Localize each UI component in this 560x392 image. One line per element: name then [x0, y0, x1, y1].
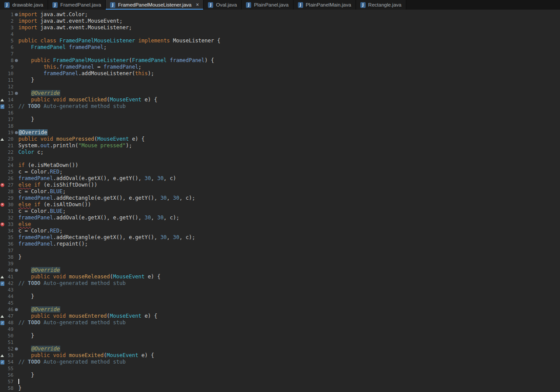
error-marker-icon[interactable]: ✕ [0, 222, 4, 226]
code-line[interactable]: 55 [0, 365, 560, 372]
fold-column [14, 359, 18, 365]
code-line[interactable]: 1import java.awt.Color; [0, 11, 560, 18]
token: mouseExited [69, 352, 104, 358]
code-line[interactable]: 12 [0, 83, 560, 90]
code-line[interactable]: 5public class FramedPanelMouseListener i… [0, 38, 560, 44]
override-marker-icon[interactable] [0, 276, 4, 278]
code-line[interactable]: 37 [0, 247, 560, 254]
code-line[interactable]: 53 public void mouseExited(MouseEvent e)… [0, 352, 560, 359]
fold-marker-icon[interactable] [15, 269, 18, 272]
code-line[interactable]: 28c = Color.BLUE; [0, 188, 560, 195]
override-marker-icon[interactable] [0, 315, 4, 318]
line-number: 38 [5, 254, 14, 260]
code-line[interactable]: 6 FramedPanel framedPanel; [0, 44, 560, 51]
tab-oval-java[interactable]: JOval.java [204, 0, 242, 10]
line-number: 29 [5, 195, 14, 201]
fold-marker-icon[interactable] [15, 308, 18, 311]
override-marker-icon[interactable] [0, 99, 4, 101]
code-line[interactable]: 8 public FramedPanelMouseListener(Framed… [0, 57, 560, 64]
code-line[interactable]: 23 [0, 156, 560, 162]
error-marker-icon[interactable]: ✕ [0, 203, 4, 207]
code-line[interactable]: 20public void mousePressed(MouseEvent e)… [0, 136, 560, 142]
fold-marker-icon[interactable] [15, 13, 18, 16]
tab-rectangle-java[interactable]: JRectangle.java [356, 0, 406, 10]
tab-framedpanel-java[interactable]: JFramedPanel.java [48, 0, 106, 10]
code-line[interactable]: 32framedPanel.addOval(e.getX(), e.getY()… [0, 215, 560, 221]
token: framedPanel [18, 241, 53, 247]
task-marker-icon[interactable]: ✓ [0, 104, 4, 109]
fold-marker-icon[interactable] [15, 131, 18, 134]
code-line[interactable]: 25c = Color.RED; [0, 169, 560, 175]
code-line[interactable]: 29framedPanel.addRectangle(e.getX(), e.g… [0, 195, 560, 201]
fold-marker-icon[interactable] [15, 59, 18, 62]
code-area[interactable]: 1import java.awt.Color;2import java.awt.… [0, 10, 560, 392]
task-marker-icon[interactable]: ✓ [0, 360, 4, 364]
code-line[interactable]: 22Color c; [0, 149, 560, 156]
tab-close-icon[interactable]: × [196, 2, 199, 7]
override-marker-icon[interactable] [0, 354, 4, 357]
code-line[interactable]: 13 @Override [0, 90, 560, 97]
code-line[interactable]: 4 [0, 31, 560, 38]
code-line[interactable]: 24if (e.isMetaDown()) [0, 162, 560, 169]
code-line[interactable]: ✕30else if (e.isAltDown()) [0, 201, 560, 208]
code-line[interactable]: 52 @Override [0, 346, 560, 352]
code-line[interactable]: 47 public void mouseEntered(MouseEvent e… [0, 313, 560, 319]
code-line[interactable]: ✓42// TODO Auto-generated method stub [0, 280, 560, 287]
code-line[interactable]: 41 public void mouseReleased(MouseEvent … [0, 274, 560, 280]
tab-plainpanelmain-java[interactable]: JPlainPanelMain.java [294, 0, 356, 10]
code-line[interactable]: ✓15// TODO Auto-generated method stub [0, 103, 560, 110]
token: . [56, 64, 59, 70]
fold-column [14, 83, 18, 90]
code-line[interactable]: ✓48// TODO Auto-generated method stub [0, 319, 560, 326]
token [18, 313, 31, 319]
code-line[interactable]: 16 [0, 110, 560, 116]
code-line[interactable]: 2import java.awt.event.MouseEvent; [0, 18, 560, 24]
token: ); [126, 142, 132, 149]
code-line[interactable]: 40 @Override [0, 267, 560, 274]
code-line[interactable]: 10 framedPanel.addMouseListener(this); [0, 70, 560, 77]
code-line[interactable]: 21System.out.println("Mouse pressed"); [0, 142, 560, 149]
line-number: 2 [5, 18, 14, 24]
code-line[interactable]: 46 @Override [0, 306, 560, 313]
tab-drawable-java[interactable]: Jdrawable.java [0, 0, 48, 10]
code-line[interactable]: 17 } [0, 116, 560, 123]
override-marker-icon[interactable] [0, 138, 4, 141]
code-line[interactable]: 11 } [0, 77, 560, 83]
code-line[interactable]: 50 } [0, 333, 560, 339]
code-line[interactable]: 26framedPanel.addOval(e.getX(), e.getY()… [0, 175, 560, 182]
code-line[interactable]: 36framedPanel.repaint(); [0, 241, 560, 247]
code-line[interactable]: 44 } [0, 293, 560, 300]
code-line[interactable]: 39 [0, 260, 560, 267]
code-line[interactable]: 49 [0, 326, 560, 333]
fold-marker-icon[interactable] [15, 92, 18, 95]
token: BLUE [50, 188, 62, 194]
token: (e.isAltDown()) [41, 201, 91, 208]
tab-framedpanelmouselistener-java[interactable]: JFramedPanelMouseListener.java× [106, 0, 204, 10]
code-line[interactable]: 57 [0, 378, 560, 385]
code-line[interactable]: 56 } [0, 372, 560, 378]
token: void [53, 352, 66, 358]
code-line[interactable]: 34c = Color.RED; [0, 228, 560, 234]
code-line[interactable]: 14 public void mouseClicked(MouseEvent e… [0, 97, 560, 103]
code-line[interactable]: ✓54// TODO Auto-generated method stub [0, 359, 560, 365]
code-line[interactable]: 35framedPanel.addRectangle(e.getX(), e.g… [0, 234, 560, 241]
tab-plainpanel-java[interactable]: JPlainPanel.java [242, 0, 293, 10]
code-line[interactable]: 7 [0, 51, 560, 57]
code-line[interactable]: 43 [0, 287, 560, 293]
code-line[interactable]: ✕27else if (e.isShiftDown()) [0, 182, 560, 188]
gutter-markers [0, 44, 5, 51]
code-line[interactable]: 58} [0, 385, 560, 392]
fold-marker-icon[interactable] [15, 347, 18, 350]
code-line[interactable]: 9 this.framedPanel = framedPanel; [0, 64, 560, 70]
task-marker-icon[interactable]: ✓ [0, 281, 4, 286]
task-marker-icon[interactable]: ✓ [0, 321, 4, 325]
code-line[interactable]: 38} [0, 254, 560, 260]
code-line[interactable]: 45 [0, 300, 560, 306]
code-line[interactable]: 19@Override [0, 129, 560, 136]
code-line[interactable]: 51 [0, 339, 560, 346]
code-line[interactable]: ✕33else [0, 221, 560, 228]
code-line[interactable]: 3import java.awt.event.MouseListener; [0, 24, 560, 31]
error-marker-icon[interactable]: ✕ [0, 183, 4, 187]
code-line[interactable]: 31c = Color.BLUE; [0, 208, 560, 215]
code-line[interactable]: 18 [0, 123, 560, 129]
